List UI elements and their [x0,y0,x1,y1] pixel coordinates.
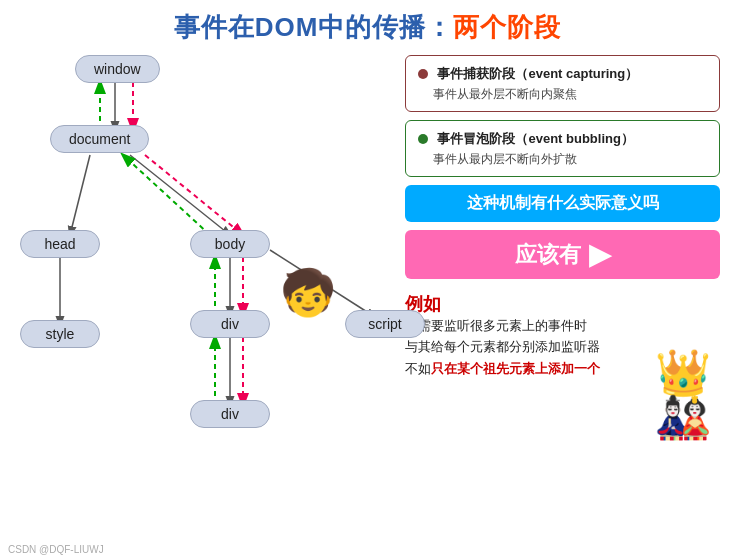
node-script: script [345,310,425,338]
capture-desc: 事件从最外层不断向内聚焦 [418,86,707,103]
node-document: document [50,125,149,153]
svg-line-1 [70,155,90,235]
svg-line-13 [123,155,210,235]
title-main: 事件在DOM中的传播： [174,12,454,42]
node-style: style [20,320,100,348]
page-title: 事件在DOM中的传播：两个阶段 [15,10,720,45]
answer-arrow: ▶ [589,238,611,271]
bubble-desc: 事件从最内层不断向外扩散 [418,151,707,168]
node-div1: div [190,310,270,338]
title-highlight: 两个阶段 [453,12,561,42]
watermark: CSDN @DQF-LIUWJ [8,544,104,555]
example-line3-highlight: 只在某个祖先元素上添加一个 [431,362,600,376]
svg-line-2 [130,155,230,235]
node-div2: div [190,400,270,428]
svg-line-8 [145,155,243,235]
node-head: head [20,230,100,258]
bubble-phase-box: 事件冒泡阶段（event bubbling） 事件从最内层不断向外扩散 [405,120,720,177]
node-window: window [75,55,160,83]
answer-text: 应该有 [515,240,581,270]
question-text: 这种机制有什么实际意义吗 [467,194,659,211]
dom-tree: window document head body style div div … [15,55,395,540]
example-line1: 当需要监听很多元素上的事件时 [405,316,720,337]
page-container: 事件在DOM中的传播：两个阶段 [0,0,735,560]
character-baby: 🧒 [280,270,340,340]
question-box: 这种机制有什么实际意义吗 [405,185,720,222]
bubble-dot [418,134,428,144]
character-king: 👑🎎 [650,350,715,420]
node-body: body [190,230,270,258]
bubble-label: 事件冒泡阶段（event bubbling） [437,131,633,146]
main-content: window document head body style div div … [15,55,720,540]
capture-label: 事件捕获阶段（event capturing） [437,66,638,81]
example-title: 例如 [405,292,720,316]
answer-box: 应该有 ▶ 👑🎎 [405,230,720,279]
capture-dot [418,69,428,79]
capture-phase-box: 事件捕获阶段（event capturing） 事件从最外层不断向内聚焦 [405,55,720,112]
info-panel: 事件捕获阶段（event capturing） 事件从最外层不断向内聚焦 事件冒… [395,55,720,540]
